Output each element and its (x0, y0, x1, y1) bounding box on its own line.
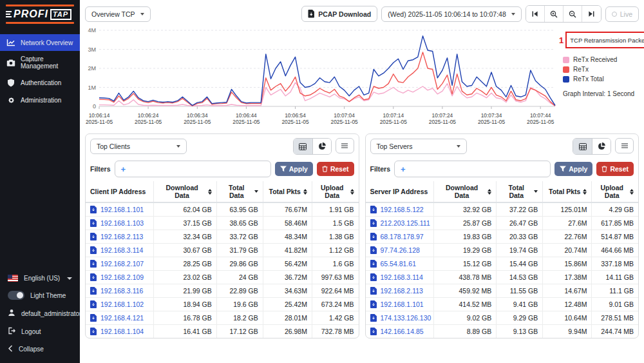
pcap-file-icon[interactable] (370, 273, 377, 281)
sort-desc-icon[interactable] (534, 190, 538, 193)
sort-both-icon[interactable] (488, 189, 491, 195)
chevron-down-icon (67, 277, 72, 280)
pcap-file-icon[interactable] (90, 219, 97, 227)
ip-link[interactable]: 65.54.81.61 (381, 260, 416, 268)
zoom-out-button[interactable] (564, 6, 582, 22)
ip-link[interactable]: 192.168.2.113 (100, 233, 143, 240)
column-header[interactable]: Total Pkts (547, 188, 587, 195)
sidebar-item-authentication[interactable]: Authentication (0, 74, 80, 92)
pie-view-button[interactable] (592, 139, 611, 154)
retransmission-chart[interactable]: 01M2M3M4M10:06:142025-11-0510:06:242025-… (80, 24, 559, 132)
pcap-file-icon[interactable] (370, 314, 377, 322)
column-header[interactable]: Upload Data (317, 184, 354, 199)
column-header[interactable]: Download Data (158, 184, 211, 199)
ip-link[interactable]: 192.168.3.116 (100, 287, 143, 295)
table-view-button[interactable] (294, 139, 312, 154)
ip-link[interactable]: 192.168.2.113 (381, 287, 423, 295)
add-filter-icon[interactable]: + (121, 164, 126, 174)
sort-both-icon[interactable] (208, 189, 212, 195)
pcap-file-icon[interactable] (370, 206, 377, 213)
ip-link[interactable]: 68.178.178.97 (381, 233, 424, 240)
theme-toggle-row[interactable]: Light Theme (0, 286, 80, 304)
pcap-file-icon[interactable] (370, 260, 377, 268)
panel-menu-button[interactable] (615, 138, 634, 153)
pcap-file-icon[interactable] (370, 328, 377, 335)
ip-link[interactable]: 192.168.1.103 (100, 219, 144, 227)
sort-both-icon[interactable] (303, 189, 307, 195)
ip-link[interactable]: 192.168.1.104 (100, 328, 144, 335)
ip-link[interactable]: 192.168.3.114 (100, 246, 143, 254)
ip-link[interactable]: 192.168.2.107 (100, 260, 144, 268)
apply-button[interactable]: Apply (275, 162, 313, 176)
ip-link[interactable]: 192.168.1.102 (100, 300, 144, 308)
pcap-file-icon[interactable] (90, 273, 97, 281)
overview-type-select[interactable]: Overview TCP (85, 6, 151, 22)
column-header[interactable]: Total Data (501, 184, 538, 199)
sort-both-icon[interactable] (583, 189, 587, 195)
table-type-label: Top Clients (97, 142, 130, 150)
reset-button[interactable]: Reset (596, 162, 634, 176)
ip-link[interactable]: 174.133.126.130 (381, 314, 431, 322)
column-header[interactable]: Download Data (439, 184, 491, 199)
sidebar-item-administration[interactable]: Administration (0, 92, 80, 109)
panel-menu-button[interactable] (336, 138, 354, 153)
apply-button[interactable]: Apply (554, 162, 592, 176)
ip-link[interactable]: 192.168.2.109 (100, 273, 144, 281)
table-type-select[interactable]: Top Servers (370, 139, 467, 154)
pcap-file-icon[interactable] (370, 219, 377, 227)
pcap-file-icon[interactable] (370, 287, 377, 295)
ip-link[interactable]: 192.168.4.121 (100, 314, 144, 322)
pcap-file-icon[interactable] (90, 246, 97, 254)
filter-input[interactable]: + (394, 161, 551, 177)
svg-text:2025-11-05: 2025-11-05 (527, 119, 554, 125)
legend-item-retx[interactable]: ReTx (563, 66, 644, 73)
table-row: 192.168.1.10162.04 GB63.95 GB76.67M1.91 … (86, 202, 359, 216)
pcap-file-icon[interactable] (90, 314, 97, 322)
legend-item-retx-received[interactable]: ReTx Received (563, 56, 644, 63)
pcap-file-icon[interactable] (90, 300, 97, 308)
column-header[interactable]: Total Pkts (268, 188, 307, 195)
filter-input[interactable]: + (115, 161, 271, 177)
pcap-file-icon[interactable] (90, 287, 97, 295)
zoom-in-button[interactable] (545, 6, 564, 22)
column-header[interactable]: Server IP Address (370, 188, 429, 195)
ip-link[interactable]: 212.203.125.111 (381, 219, 430, 227)
ip-link[interactable]: 142.166.14.85 (381, 328, 424, 335)
collapse-button[interactable]: Collapse (0, 340, 80, 358)
logout-button[interactable]: Logout (0, 322, 80, 340)
ip-link[interactable]: 192.168.3.114 (381, 273, 423, 281)
sort-desc-icon[interactable] (254, 190, 258, 193)
pcap-file-icon[interactable] (370, 233, 377, 240)
pcap-file-icon[interactable] (90, 328, 97, 335)
pcap-file-icon[interactable] (90, 233, 97, 240)
ip-link[interactable]: 192.168.1.101 (100, 206, 144, 213)
pcap-download-button[interactable]: PCAP Download (301, 6, 377, 22)
skip-start-button[interactable] (526, 6, 545, 22)
pcap-file-icon[interactable] (90, 206, 97, 213)
sidebar-item-network-overview[interactable]: Network Overview (0, 34, 80, 51)
column-header[interactable]: Upload Data (596, 184, 634, 199)
column-header[interactable]: Total Data (222, 184, 258, 199)
table-type-select[interactable]: Top Clients (90, 139, 187, 154)
theme-toggle[interactable] (8, 291, 24, 300)
sidebar-item-capture-management[interactable]: Capture Management (0, 51, 80, 74)
table-view-button[interactable] (573, 139, 592, 154)
pcap-file-icon[interactable] (90, 260, 97, 268)
pcap-file-icon[interactable] (370, 300, 377, 308)
column-header[interactable]: Client IP Address (90, 188, 149, 195)
legend-item-retx-total[interactable]: ReTx Total (563, 75, 644, 83)
time-range-select[interactable]: (Wed) 2025-11-05 10:06:14 to 10:07:48 (381, 6, 522, 22)
sort-both-icon[interactable] (350, 189, 354, 195)
pcap-file-icon[interactable] (370, 246, 377, 254)
reset-button[interactable]: Reset (317, 162, 354, 176)
ip-link[interactable]: 192.168.5.122 (381, 206, 424, 213)
ip-link[interactable]: 192.168.1.101 (381, 300, 424, 308)
add-filter-icon[interactable]: + (401, 164, 406, 174)
language-selector[interactable]: English (US) (0, 270, 80, 286)
live-button[interactable]: Live (605, 6, 639, 22)
pie-view-button[interactable] (312, 139, 331, 154)
ip-link[interactable]: 97.74.26.128 (381, 246, 420, 254)
skip-end-button[interactable] (582, 6, 601, 22)
chart-type-select[interactable]: TCP Retransmission Packets (570, 37, 644, 44)
sort-both-icon[interactable] (630, 189, 634, 195)
